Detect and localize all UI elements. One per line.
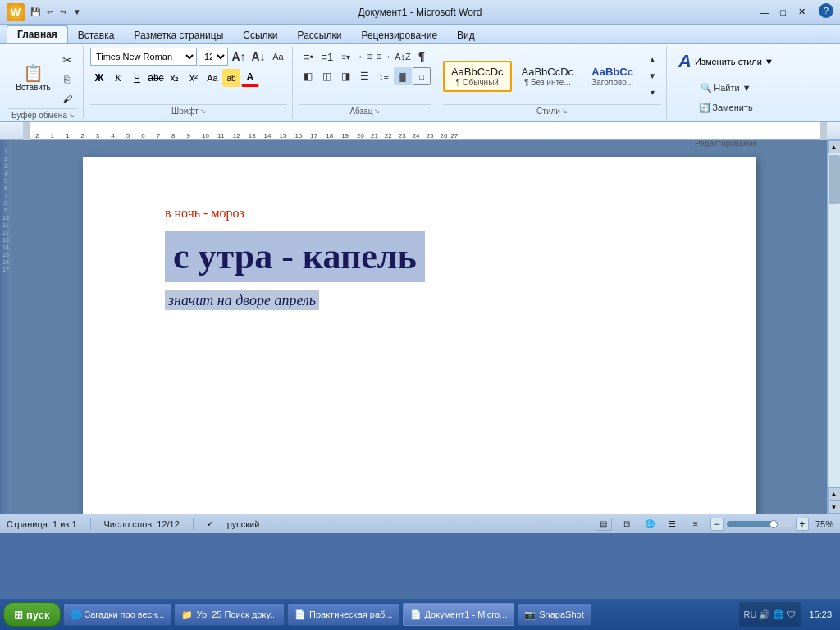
- styles-expand[interactable]: ↘: [562, 107, 568, 115]
- cut-button[interactable]: ✂: [58, 51, 76, 69]
- superscript-button[interactable]: x²: [185, 69, 203, 87]
- scroll-track[interactable]: [829, 153, 840, 487]
- increase-indent-button[interactable]: ≡→: [375, 48, 393, 66]
- strikethrough-button[interactable]: abc: [147, 69, 165, 87]
- zoom-handle[interactable]: [769, 520, 778, 528]
- taskbar-label-4: SnapaShot: [539, 609, 583, 619]
- document-page[interactable]: в ночь - мороз с утра - капель значит на…: [83, 157, 756, 514]
- align-right-button[interactable]: ◨: [337, 67, 355, 85]
- line-spacing-button[interactable]: ↕≡: [375, 67, 393, 85]
- zoom-fill: [727, 521, 773, 527]
- paragraph-expand[interactable]: ↘: [374, 107, 380, 115]
- print-layout-button[interactable]: ▤: [596, 518, 612, 531]
- taskbar-item-2[interactable]: 📄 Практическая раб...: [287, 603, 400, 626]
- style-normal[interactable]: AaBbCcDc ¶ Обычный: [443, 61, 512, 92]
- vertical-scrollbar[interactable]: ▲ ▲ ▼: [827, 140, 840, 514]
- close-button[interactable]: ✕: [793, 3, 810, 21]
- zoom-level[interactable]: 75%: [815, 519, 833, 529]
- tray-lang[interactable]: RU: [744, 609, 757, 619]
- increase-font-button[interactable]: A↑: [230, 48, 248, 66]
- decrease-font-button[interactable]: A↓: [249, 48, 267, 66]
- tab-home[interactable]: Главная: [7, 25, 68, 43]
- styles-scroll-down[interactable]: ▼: [643, 68, 661, 84]
- help-button[interactable]: ?: [819, 3, 833, 18]
- tab-review[interactable]: Рецензирование: [351, 27, 447, 43]
- paste-button[interactable]: 📋 Вставить: [10, 62, 56, 94]
- numbering-button[interactable]: ≡1: [318, 48, 336, 66]
- styles-scroll-up[interactable]: ▲: [643, 52, 661, 68]
- tab-references[interactable]: Ссылки: [233, 27, 287, 43]
- subscript-button[interactable]: x₂: [166, 69, 184, 87]
- draft-view-button[interactable]: ≡: [687, 518, 704, 531]
- font-expand[interactable]: ↘: [200, 107, 206, 115]
- zoom-plus-button[interactable]: +: [796, 518, 809, 531]
- taskbar-icon-0: 🌐: [71, 609, 82, 620]
- style-heading1[interactable]: AaBbCc Заголово...: [583, 61, 641, 92]
- replace-button[interactable]: 🔄 Заменить: [691, 98, 761, 116]
- find-button[interactable]: 🔍 Найти ▼: [691, 79, 761, 97]
- styles-more[interactable]: ▾: [643, 84, 661, 101]
- show-formatting-button[interactable]: ¶: [413, 48, 431, 66]
- vr-num: 1: [4, 148, 7, 154]
- font-size-select[interactable]: 12: [199, 48, 228, 66]
- highlight-button[interactable]: ab: [222, 69, 240, 87]
- zoom-minus-button[interactable]: −: [710, 518, 724, 531]
- bold-button[interactable]: Ж: [90, 69, 108, 87]
- scroll-thumb[interactable]: [829, 155, 840, 204]
- tray-network[interactable]: 🌐: [773, 609, 784, 620]
- multilevel-list-button[interactable]: ≡▾: [337, 48, 355, 66]
- tab-layout[interactable]: Разметка страницы: [124, 27, 233, 43]
- shading-button[interactable]: ▓: [394, 67, 412, 85]
- paragraph-content: ≡• ≡1 ≡▾ ←≡ ≡→ A↕Z ¶ ◧ ◫ ◨ ☰ ↕≡ ▓ □: [299, 48, 431, 104]
- save-button[interactable]: 💾: [28, 6, 43, 18]
- font-name-select[interactable]: Times New Roman: [90, 48, 197, 66]
- scroll-down-button-top[interactable]: ▲: [828, 487, 841, 500]
- minimize-button[interactable]: —: [756, 3, 773, 21]
- tab-view[interactable]: Вид: [447, 27, 485, 43]
- clipboard-expand[interactable]: ↘: [69, 112, 75, 119]
- copy-button[interactable]: ⎘: [58, 71, 76, 89]
- language-label[interactable]: русский: [227, 519, 259, 529]
- change-case-button[interactable]: Аа: [203, 69, 221, 87]
- change-styles-icon: A: [678, 51, 692, 72]
- redo-button[interactable]: ↪: [57, 6, 69, 18]
- list-row: ≡• ≡1 ≡▾ ←≡ ≡→ A↕Z ¶: [299, 48, 431, 66]
- italic-button[interactable]: К: [109, 69, 127, 87]
- web-layout-button[interactable]: 🌐: [641, 518, 658, 531]
- page-info: Страница: 1 из 1: [7, 519, 77, 529]
- tray-speaker[interactable]: 🔊: [759, 609, 770, 620]
- bullets-button[interactable]: ≡•: [299, 48, 317, 66]
- quick-access-dropdown[interactable]: ▼: [71, 6, 84, 18]
- decrease-indent-button[interactable]: ←≡: [356, 48, 374, 66]
- align-center-button[interactable]: ◫: [318, 67, 336, 85]
- scroll-up-button[interactable]: ▲: [828, 140, 841, 153]
- clear-format-button[interactable]: Aa: [269, 48, 287, 66]
- office-logo[interactable]: W: [7, 3, 25, 21]
- underline-button[interactable]: Ч: [128, 69, 146, 87]
- zoom-bar[interactable]: [727, 521, 792, 527]
- start-button[interactable]: ⊞ пуск: [3, 602, 61, 627]
- taskbar-item-3[interactable]: 📄 Документ1 - Micro...: [403, 603, 515, 626]
- undo-button[interactable]: ↩: [44, 6, 56, 18]
- justify-button[interactable]: ☰: [356, 67, 374, 85]
- tab-insert[interactable]: Вставка: [68, 27, 125, 43]
- maximize-button[interactable]: □: [774, 3, 792, 21]
- change-styles-button[interactable]: A Изменить стили ▼: [673, 48, 778, 75]
- style-no-space-preview: AaBbCcDc: [522, 66, 574, 78]
- font-color-button[interactable]: А: [241, 69, 259, 87]
- taskbar-item-4[interactable]: 📷 SnapaShot: [517, 603, 591, 626]
- format-painter-button[interactable]: 🖌: [58, 90, 76, 108]
- style-no-space[interactable]: AaBbCcDc ¶ Без инте...: [514, 61, 582, 92]
- tray-antivirus[interactable]: 🛡: [787, 609, 796, 619]
- tab-mailings[interactable]: Рассылки: [288, 27, 352, 43]
- taskbar-item-0[interactable]: 🌐 Загадки про весн...: [63, 603, 172, 626]
- full-screen-button[interactable]: ⊡: [619, 518, 635, 531]
- outline-view-button[interactable]: ☰: [664, 518, 681, 531]
- find-label: Найти ▼: [714, 83, 751, 93]
- sort-button[interactable]: A↕Z: [394, 48, 412, 66]
- taskbar-item-1[interactable]: 📁 Ур. 25 Поиск доку...: [174, 603, 285, 626]
- document-line3-wrapper: значит на дворе апрель: [165, 292, 690, 309]
- scroll-down-button-bottom[interactable]: ▼: [828, 500, 841, 514]
- border-button[interactable]: □: [413, 67, 431, 85]
- align-left-button[interactable]: ◧: [299, 67, 317, 85]
